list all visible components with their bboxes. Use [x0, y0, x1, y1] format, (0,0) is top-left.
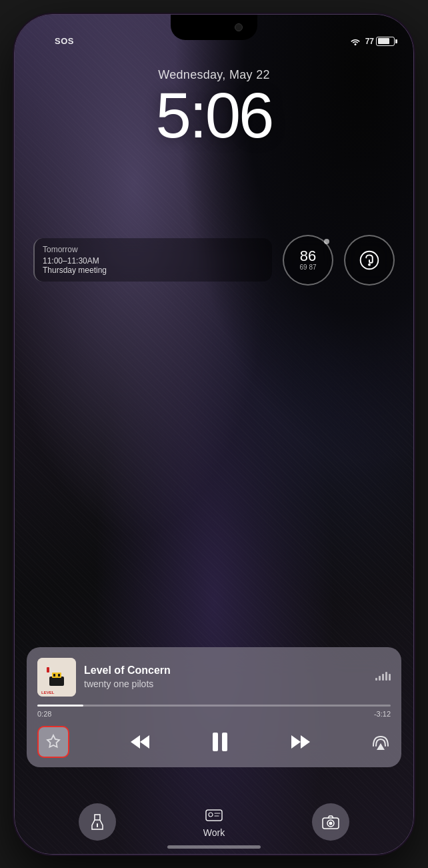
camera-button[interactable]: [312, 803, 349, 841]
signal-bar-2: [379, 676, 381, 681]
svg-marker-14: [291, 735, 301, 749]
svg-point-25: [329, 821, 333, 825]
svg-point-0: [354, 43, 356, 45]
status-icons: 77: [349, 37, 395, 46]
work-icon: [205, 806, 223, 825]
signal-bars: [375, 672, 391, 682]
signal-bar-1: [375, 678, 377, 681]
pause-icon: [210, 731, 230, 753]
progress-times: 0:28 -3:12: [37, 710, 391, 718]
music-title: Level of Concern: [84, 665, 367, 677]
music-controls: [37, 726, 391, 758]
home-indicator[interactable]: [167, 845, 261, 849]
signal-bar-5: [389, 674, 391, 681]
phone-frame: SOS 77 Wednesday, May 22 5:06: [14, 14, 414, 855]
work-label: Work: [203, 827, 225, 838]
flashlight-button[interactable]: [79, 803, 116, 841]
airplay-button[interactable]: [371, 733, 391, 751]
camera-icon: [322, 815, 339, 829]
contact-card-icon: [205, 806, 223, 825]
album-art-image: LEVEL: [37, 658, 76, 697]
calendar-widget[interactable]: Tomorrow 11:00–11:30AM Thursday meeting: [33, 238, 272, 282]
star-icon: [45, 734, 61, 750]
work-shortcut[interactable]: Work: [203, 806, 225, 838]
svg-rect-13: [222, 733, 227, 751]
svg-marker-10: [131, 735, 140, 749]
weather-widget[interactable]: 86 69 87: [283, 235, 333, 286]
wifi-icon: [349, 37, 361, 46]
battery-percent: 77: [365, 37, 374, 46]
music-player: LEVEL Level of Concern twenty one pilots: [27, 647, 401, 767]
album-art: LEVEL: [37, 658, 76, 697]
svg-rect-6: [53, 674, 55, 677]
signal-bar-3: [382, 674, 384, 681]
remaining-time: -3:12: [374, 710, 391, 718]
fast-forward-icon: [289, 733, 313, 751]
weather-temp: 86: [300, 249, 316, 264]
svg-marker-11: [140, 735, 149, 749]
airpods-icon: [357, 248, 382, 273]
rewind-icon: [128, 733, 152, 751]
widgets-row: Tomorrow 11:00–11:30AM Thursday meeting …: [33, 235, 395, 286]
svg-rect-12: [213, 733, 218, 751]
svg-marker-15: [301, 735, 310, 749]
svg-rect-4: [49, 677, 64, 686]
notch: [171, 15, 257, 40]
svg-rect-7: [58, 674, 60, 677]
date-area: Wednesday, May 22 5:06: [15, 68, 413, 149]
weather-dot: [324, 239, 329, 244]
signal-bar-4: [385, 672, 387, 681]
favorite-button[interactable]: [37, 726, 69, 758]
weather-range: 69 87: [299, 264, 316, 271]
airplay-icon: [371, 733, 391, 751]
svg-text:LEVEL: LEVEL: [41, 691, 55, 695]
bottom-dock: Work: [15, 803, 413, 841]
progress-area: 0:28 -3:12: [37, 705, 391, 718]
svg-marker-16: [377, 743, 385, 750]
battery-fill: [378, 38, 390, 44]
fast-forward-button[interactable]: [289, 733, 313, 751]
cal-event-name: Thursday meeting: [43, 266, 264, 275]
airpods-widget[interactable]: [344, 235, 395, 286]
music-info: Level of Concern twenty one pilots: [84, 665, 367, 689]
music-top: LEVEL Level of Concern twenty one pilots: [37, 658, 391, 697]
cal-tomorrow-label: Tomorrow: [43, 245, 264, 254]
current-time: 0:28: [37, 710, 51, 718]
flashlight-icon: [89, 813, 106, 831]
pause-button[interactable]: [210, 731, 230, 753]
music-artist: twenty one pilots: [84, 679, 367, 689]
battery-container: 77: [365, 37, 395, 46]
battery-icon: [376, 37, 395, 46]
cal-time-range: 11:00–11:30AM: [43, 256, 264, 266]
sos-label: SOS: [55, 36, 74, 46]
progress-fill: [37, 705, 83, 707]
front-camera: [235, 23, 243, 31]
progress-track[interactable]: [37, 705, 391, 707]
time-display: 5:06: [15, 82, 413, 149]
svg-point-2: [368, 263, 371, 266]
svg-rect-8: [47, 667, 49, 673]
screen: SOS 77 Wednesday, May 22 5:06: [15, 15, 413, 854]
rewind-button[interactable]: [128, 733, 152, 751]
svg-point-20: [209, 813, 213, 817]
